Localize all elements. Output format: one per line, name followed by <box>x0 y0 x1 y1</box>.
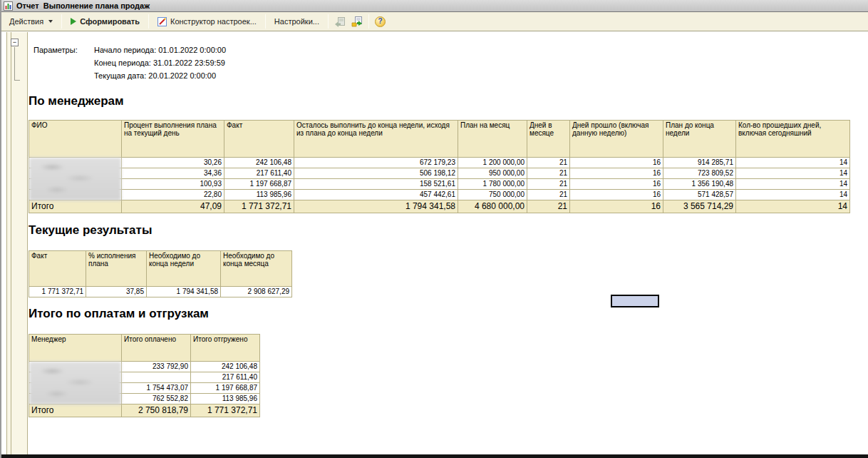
redacted-name-cell[interactable] <box>29 168 122 179</box>
data-cell[interactable]: 242 106,48 <box>191 362 260 372</box>
data-cell[interactable]: 113 985,96 <box>224 190 294 200</box>
data-cell[interactable]: 723 809,52 <box>663 168 736 179</box>
play-icon <box>71 18 76 25</box>
column-header[interactable]: Дней в месяце <box>527 121 570 158</box>
redacted-name-cell[interactable] <box>29 362 122 372</box>
data-cell[interactable]: 750 000,00 <box>458 190 527 200</box>
redacted-name-cell[interactable] <box>29 179 122 190</box>
data-cell[interactable]: 672 179,23 <box>294 158 458 168</box>
column-header[interactable]: Процент выполнения плана на текущий день <box>122 121 224 158</box>
total-cell[interactable]: 1 771 372,71 <box>191 404 260 417</box>
data-cell[interactable]: 217 611,40 <box>224 168 294 179</box>
data-cell[interactable]: 30,26 <box>122 158 224 168</box>
manager-row: 30,26242 106,48672 179,231 200 000,00211… <box>29 158 850 168</box>
current-results-section-title: Текущие результаты <box>29 223 868 238</box>
data-cell[interactable]: 158 521,61 <box>294 179 458 190</box>
help-button[interactable]: ? <box>373 15 388 29</box>
data-cell[interactable]: 762 552,82 <box>122 394 191 404</box>
settings-constructor-button[interactable]: Конструктор настроек... <box>153 15 262 29</box>
data-cell[interactable]: 22,80 <box>122 190 224 200</box>
column-header[interactable]: Дней прошло (включая данную неделю) <box>570 121 663 158</box>
total-label-cell[interactable]: Итого <box>29 404 122 417</box>
column-header[interactable]: Менеджер <box>29 335 122 362</box>
redacted-name-cell[interactable] <box>29 158 122 168</box>
data-cell[interactable]: 100,93 <box>122 179 224 190</box>
redacted-name-cell[interactable] <box>29 383 122 394</box>
total-cell[interactable]: 14 <box>736 200 850 213</box>
parameters-label: Параметры: <box>33 44 94 82</box>
data-cell[interactable]: 950 000,00 <box>458 168 527 179</box>
total-cell[interactable]: 47,09 <box>122 200 224 213</box>
data-cell[interactable]: 2 908 627,29 <box>221 287 292 297</box>
column-header[interactable]: Факт <box>224 121 294 158</box>
column-header[interactable]: План до конца недели <box>663 121 736 158</box>
column-header[interactable]: ФИО <box>29 121 122 158</box>
data-cell[interactable]: 21 <box>527 179 570 190</box>
parameter-line: Конец периода: 31.01.2022 23:59:59 <box>94 56 226 69</box>
settings-button[interactable]: Настройки... <box>269 15 324 28</box>
collapse-group-button[interactable]: − <box>11 39 19 46</box>
column-header[interactable]: Факт <box>29 251 86 287</box>
data-cell[interactable]: 14 <box>736 190 850 200</box>
column-header[interactable]: Кол-во прошедших дней, включая сегодняшн… <box>736 121 850 158</box>
report-window: Отчет Выполнение плана продаж Действия С… <box>0 0 868 458</box>
total-cell[interactable]: 21 <box>527 200 570 213</box>
data-cell[interactable]: 242 106,48 <box>224 158 294 168</box>
column-header[interactable]: Осталось выполнить до конца недели, исхо… <box>294 121 458 158</box>
redacted-name-cell[interactable] <box>29 372 122 383</box>
data-cell[interactable]: 1 197 668,87 <box>191 383 260 394</box>
save-settings-button[interactable] <box>332 15 348 29</box>
data-cell[interactable]: 1 794 341,58 <box>147 287 221 297</box>
data-cell[interactable]: 37,85 <box>86 287 147 297</box>
data-cell[interactable]: 1 197 668,87 <box>224 179 294 190</box>
data-cell[interactable]: 233 792,90 <box>122 362 191 372</box>
report-area: − Параметры: Начало периода: 01.01.2022 … <box>1 32 868 454</box>
generate-button[interactable]: Сформировать <box>66 15 145 28</box>
total-cell[interactable]: 4 680 000,00 <box>458 200 527 213</box>
total-label-cell[interactable]: Итого <box>29 200 122 213</box>
column-header[interactable]: % исполнения плана <box>86 251 147 287</box>
data-cell[interactable]: 506 198,12 <box>294 168 458 179</box>
total-cell[interactable]: 2 750 818,79 <box>122 404 191 417</box>
redacted-name-cell[interactable] <box>29 190 122 200</box>
redacted-name-cell[interactable] <box>29 394 122 404</box>
question-icon: ? <box>375 16 386 27</box>
data-cell[interactable]: 457 442,61 <box>294 190 458 200</box>
actions-button[interactable]: Действия <box>4 15 58 28</box>
payment-row: 233 792,90242 106,48 <box>29 362 260 372</box>
data-cell[interactable]: 14 <box>736 179 850 190</box>
column-header[interactable]: Необходимо до конца недели <box>147 251 221 287</box>
selected-cell[interactable] <box>611 295 659 307</box>
data-cell[interactable] <box>122 372 191 383</box>
total-cell[interactable]: 1 794 341,58 <box>294 200 458 213</box>
data-cell[interactable]: 16 <box>570 179 663 190</box>
data-cell[interactable]: 16 <box>570 190 663 200</box>
column-header[interactable]: Итого отгружено <box>191 335 260 362</box>
data-cell[interactable]: 113 985,96 <box>191 394 260 404</box>
data-cell[interactable]: 1 200 000,00 <box>458 158 527 168</box>
column-header[interactable]: План на месяц <box>458 121 527 158</box>
data-cell[interactable]: 14 <box>736 158 850 168</box>
payments-header-row: Менеджер Итого оплачено Итого отгружено <box>29 335 260 362</box>
total-cell[interactable]: 3 565 714,29 <box>663 200 736 213</box>
data-cell[interactable]: 21 <box>527 158 570 168</box>
data-cell[interactable]: 14 <box>736 168 850 179</box>
settings-constructor-label: Конструктор настроек... <box>170 17 257 26</box>
data-cell[interactable]: 1 771 372,71 <box>29 287 86 297</box>
load-settings-button[interactable] <box>349 15 365 29</box>
column-header[interactable]: Итого оплачено <box>122 335 191 362</box>
data-cell[interactable]: 16 <box>570 158 663 168</box>
total-cell[interactable]: 1 771 372,71 <box>224 200 294 213</box>
data-cell[interactable]: 21 <box>527 168 570 179</box>
data-cell[interactable]: 16 <box>570 168 663 179</box>
data-cell[interactable]: 1 754 473,07 <box>122 383 191 394</box>
total-cell[interactable]: 16 <box>570 200 663 213</box>
data-cell[interactable]: 1 356 190,48 <box>663 179 736 190</box>
data-cell[interactable]: 21 <box>527 190 570 200</box>
data-cell[interactable]: 1 780 000,00 <box>458 179 527 190</box>
data-cell[interactable]: 34,36 <box>122 168 224 179</box>
data-cell[interactable]: 914 285,71 <box>663 158 736 168</box>
data-cell[interactable]: 571 428,57 <box>663 190 736 200</box>
data-cell[interactable]: 217 611,40 <box>191 372 260 383</box>
column-header[interactable]: Необходимо до конца месяца <box>221 251 292 287</box>
